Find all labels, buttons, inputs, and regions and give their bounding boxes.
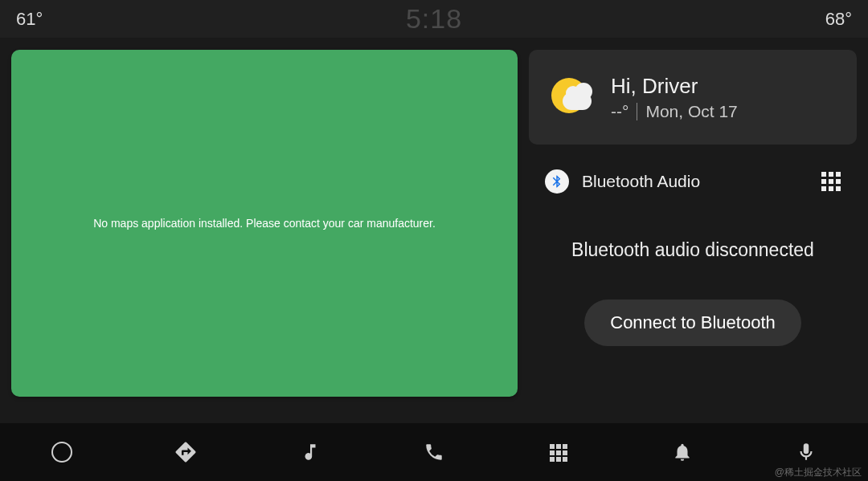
nav-phone-button[interactable]	[418, 436, 450, 468]
greeting-temp: --°	[611, 102, 628, 121]
bluetooth-title: Bluetooth Audio	[582, 172, 809, 191]
nav-music-button[interactable]	[294, 436, 326, 468]
right-column: Hi, Driver --° Mon, Oct 17 Bluetooth Aud…	[529, 50, 857, 423]
music-note-icon	[300, 442, 321, 463]
temp-left: 61°	[16, 9, 43, 30]
phone-icon	[424, 442, 444, 463]
directions-icon	[174, 440, 198, 464]
nav-notifications-button[interactable]	[666, 436, 698, 468]
bluetooth-status: Bluetooth audio disconnected	[545, 239, 841, 261]
mic-icon	[796, 442, 817, 463]
apps-grid-icon[interactable]	[821, 172, 841, 191]
nav-home-button[interactable]	[46, 436, 78, 468]
greeting-date: Mon, Oct 17	[645, 102, 737, 121]
weather-icon	[548, 75, 593, 120]
map-card[interactable]: No maps application installed. Please co…	[11, 50, 518, 397]
circle-icon	[51, 442, 72, 463]
map-error-text: No maps application installed. Please co…	[93, 217, 436, 230]
nav-navigation-button[interactable]	[170, 436, 202, 468]
nav-voice-button[interactable]	[790, 436, 822, 468]
connect-bluetooth-button[interactable]: Connect to Bluetooth	[584, 300, 800, 346]
greeting-card[interactable]: Hi, Driver --° Mon, Oct 17	[529, 50, 857, 145]
main-content: No maps application installed. Please co…	[0, 39, 868, 423]
bluetooth-header: Bluetooth Audio	[545, 162, 841, 201]
bluetooth-icon	[545, 169, 569, 194]
clock: 5:18	[406, 3, 462, 35]
greeting-title: Hi, Driver	[611, 74, 738, 99]
greeting-text: Hi, Driver --° Mon, Oct 17	[611, 74, 738, 121]
bluetooth-card: Bluetooth Audio Bluetooth audio disconne…	[529, 156, 857, 423]
status-bar: 61° 5:18 68°	[0, 0, 868, 39]
temp-right: 68°	[825, 9, 852, 30]
apps-grid-icon	[550, 444, 567, 461]
bell-icon	[672, 442, 693, 463]
separator	[637, 103, 637, 120]
nav-apps-button[interactable]	[542, 436, 574, 468]
nav-bar	[0, 423, 868, 481]
